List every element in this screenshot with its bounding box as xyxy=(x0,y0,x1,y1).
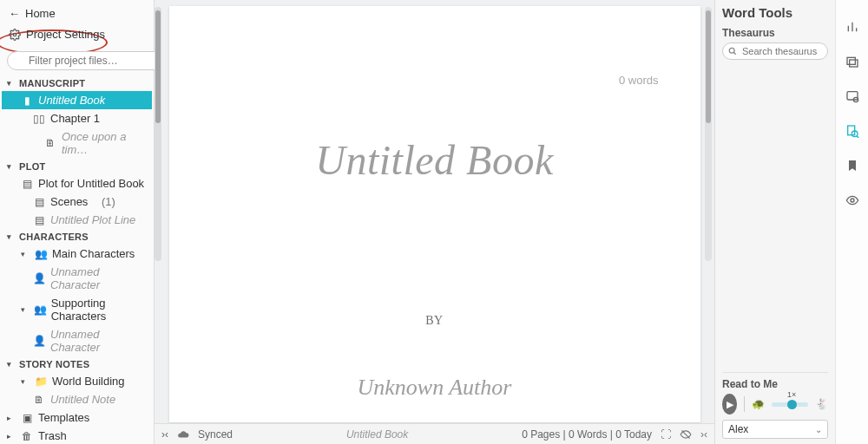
collapse-left-icon[interactable]: ›‹ xyxy=(161,428,168,441)
svg-rect-11 xyxy=(847,126,854,135)
section-plot[interactable]: ▾PLOT xyxy=(2,159,152,174)
chevron-right-icon: ▸ xyxy=(7,432,16,441)
document-scroll[interactable]: 0 words Untitled Book BY Unknown Author xyxy=(155,0,714,423)
trash-icon: 🗑 xyxy=(21,430,33,442)
speed-slider[interactable] xyxy=(772,402,808,407)
slider-thumb[interactable] xyxy=(787,400,797,409)
scrollbar-left[interactable] xyxy=(155,7,161,261)
search-icon xyxy=(728,47,737,56)
tree-item-book[interactable]: ▮Untitled Book xyxy=(2,91,152,109)
chevron-down-icon: ▾ xyxy=(7,162,16,171)
cards-icon[interactable] xyxy=(845,54,860,69)
tree-item-character[interactable]: 👤Unnamed Character xyxy=(2,263,152,294)
templates-icon: ▣ xyxy=(21,412,33,424)
svg-rect-8 xyxy=(849,60,857,67)
word-tools-title: Word Tools xyxy=(722,5,828,20)
tree-item-character[interactable]: 👤Unnamed Character xyxy=(2,325,152,356)
person-icon: 👤 xyxy=(33,272,45,284)
chapter-icon: ▯▯ xyxy=(33,113,45,125)
svg-rect-9 xyxy=(847,92,858,100)
read-to-me-section: Read to Me ▶ 🐢 1× 🐇 Alex ⌄ xyxy=(722,372,828,439)
status-bar: ›‹ Synced Untitled Book 0 Pages | 0 Word… xyxy=(155,423,714,444)
focus-icon[interactable]: ⛶ xyxy=(661,428,671,441)
tree-item-trash[interactable]: ▸🗑Trash xyxy=(2,427,152,444)
speed-label: 1× xyxy=(787,390,796,399)
author-name[interactable]: Unknown Author xyxy=(221,375,648,401)
bookmark-icon[interactable] xyxy=(845,158,860,173)
rabbit-icon[interactable]: 🐇 xyxy=(815,398,828,410)
file-tree: ▾MANUSCRIPT ▮Untitled Book ▯▯Chapter 1 🗎… xyxy=(0,75,154,444)
home-label: Home xyxy=(25,7,56,20)
tree-item-world-building[interactable]: ▾📁World Building xyxy=(2,372,152,390)
status-doc-name: Untitled Book xyxy=(346,428,408,441)
by-label: BY xyxy=(221,314,648,328)
arrow-left-icon: ← xyxy=(9,7,20,20)
section-story-notes[interactable]: ▾STORY NOTES xyxy=(2,356,152,372)
people-icon: 👥 xyxy=(35,248,47,260)
collapse-right-icon[interactable]: ›‹ xyxy=(700,428,707,441)
section-characters[interactable]: ▾CHARACTERS xyxy=(2,229,152,245)
document-title[interactable]: Untitled Book xyxy=(221,136,648,184)
tree-item-templates[interactable]: ▸▣Templates xyxy=(2,408,152,427)
svg-point-0 xyxy=(13,33,16,36)
chevron-right-icon: ▸ xyxy=(7,414,16,422)
tree-item-main-characters[interactable]: ▾👥Main Characters xyxy=(2,245,152,263)
sync-status: Synced xyxy=(198,428,233,441)
stats-icon[interactable] xyxy=(845,19,860,35)
voice-value: Alex xyxy=(728,423,748,435)
scrollbar-thumb[interactable] xyxy=(706,10,711,123)
project-settings-button[interactable]: Project Settings xyxy=(7,24,147,44)
typewriter-icon[interactable] xyxy=(680,428,692,441)
chevron-down-icon: ▾ xyxy=(21,305,29,314)
tree-item-chapter[interactable]: ▯▯Chapter 1 xyxy=(2,109,152,127)
tree-item-plot-line[interactable]: ▤Untitled Plot Line xyxy=(2,211,152,229)
svg-rect-7 xyxy=(847,57,855,64)
book-icon: ▮ xyxy=(21,95,33,107)
word-count-label: 0 words xyxy=(619,74,659,87)
word-tools-icon[interactable] xyxy=(845,123,860,139)
tree-item-note[interactable]: 🗎Untitled Note xyxy=(2,390,152,408)
chevron-down-icon: ▾ xyxy=(7,360,16,369)
voice-select[interactable]: Alex ⌄ xyxy=(722,420,828,439)
filter-input[interactable] xyxy=(7,51,167,70)
right-panel: Word Tools Thesaurus Read to Me ▶ 🐢 1× 🐇 xyxy=(714,0,835,444)
home-button[interactable]: ← Home xyxy=(7,4,147,23)
play-button[interactable]: ▶ xyxy=(722,394,737,415)
folder-icon: 📁 xyxy=(35,375,47,388)
svg-line-13 xyxy=(857,136,858,138)
turtle-icon[interactable]: 🐢 xyxy=(752,398,765,410)
thesaurus-input[interactable] xyxy=(722,42,828,60)
scrollbar-thumb[interactable] xyxy=(155,10,161,123)
status-stats: 0 Pages | 0 Words | 0 Today xyxy=(522,428,652,441)
cloud-icon xyxy=(177,428,189,441)
people-icon: 👥 xyxy=(34,304,46,316)
project-settings-label: Project Settings xyxy=(26,28,105,41)
chevron-down-icon: ▾ xyxy=(21,250,30,258)
tree-item-supporting-characters[interactable]: ▾👥Supporting Characters xyxy=(2,294,152,325)
svg-point-14 xyxy=(851,199,854,202)
tree-item-plot-book[interactable]: ▤Plot for Untitled Book xyxy=(2,174,152,193)
thesaurus-label: Thesaurus xyxy=(722,27,828,39)
person-icon: 👤 xyxy=(33,335,45,347)
svg-point-2 xyxy=(729,48,734,53)
divider xyxy=(744,396,745,412)
sidebar: ← Home Project Settings ▾ + ▾MANUSCRIPT … xyxy=(0,0,155,444)
note-icon: 🗎 xyxy=(33,394,45,406)
document-page[interactable]: 0 words Untitled Book BY Unknown Author xyxy=(169,6,700,422)
eye-icon[interactable] xyxy=(845,193,860,208)
plot-icon: ▤ xyxy=(21,178,33,190)
chevron-down-icon: ▾ xyxy=(21,377,30,386)
gear-icon xyxy=(9,29,21,41)
chevron-down-icon: ▾ xyxy=(7,79,16,88)
chevron-down-icon: ▾ xyxy=(7,232,16,241)
list-icon: ▤ xyxy=(33,196,45,208)
svg-line-3 xyxy=(733,52,736,55)
tree-item-scene[interactable]: 🗎Once upon a tim… xyxy=(2,127,152,159)
tool-strip xyxy=(835,0,868,444)
scrollbar-right[interactable] xyxy=(705,7,712,261)
document-icon: 🗎 xyxy=(45,137,56,149)
snapshot-icon[interactable] xyxy=(845,88,860,104)
tree-item-scenes[interactable]: ▤Scenes (1) xyxy=(2,193,152,211)
section-manuscript[interactable]: ▾MANUSCRIPT xyxy=(2,75,152,91)
chevron-down-icon: ⌄ xyxy=(815,425,822,434)
